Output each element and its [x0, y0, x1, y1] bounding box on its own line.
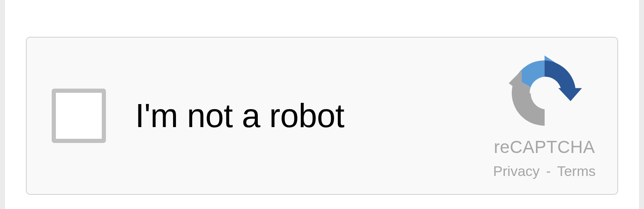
recaptcha-links: Privacy - Terms: [493, 163, 596, 179]
page-container: I'm not a robot reCAPTCHA: [5, 0, 639, 209]
recaptcha-checkbox[interactable]: [52, 89, 106, 143]
recaptcha-label: I'm not a robot: [135, 97, 493, 135]
recaptcha-branding: reCAPTCHA Privacy - Terms: [493, 52, 596, 179]
link-separator: -: [546, 163, 551, 179]
terms-link[interactable]: Terms: [557, 163, 596, 179]
recaptcha-widget: I'm not a robot reCAPTCHA: [26, 37, 618, 195]
recaptcha-logo-icon: [504, 52, 585, 134]
privacy-link[interactable]: Privacy: [493, 163, 539, 179]
recaptcha-brand-name: reCAPTCHA: [494, 137, 595, 157]
